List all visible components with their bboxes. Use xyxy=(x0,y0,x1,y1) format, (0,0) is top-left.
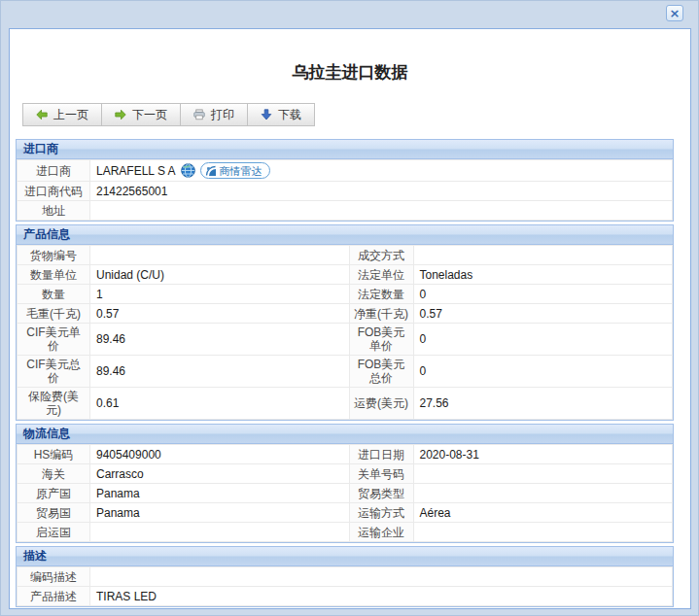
content-panel: 乌拉圭进口数据 上一页下一页打印下载 进口商 进口商LARAFELL S A商情… xyxy=(9,28,691,609)
field-value: 89.46 xyxy=(90,324,350,356)
field-value xyxy=(413,464,673,484)
section-header-logistics-info: 物流信息 xyxy=(17,425,673,444)
field-value xyxy=(413,523,673,542)
table-row: 数量单位Unidad (C/U)法定单位Toneladas xyxy=(17,265,673,285)
field-label: 保险费(美元) xyxy=(17,388,90,420)
table-row: CIF美元总价89.46FOB美元总价0 xyxy=(17,356,673,388)
business-radar-badge-label: 商情雷达 xyxy=(220,164,262,178)
table-row: 货物编号成交方式 xyxy=(17,246,673,265)
field-label: 地址 xyxy=(17,201,90,221)
field-value: 9405409000 xyxy=(90,445,350,464)
table-row: 编码描述 xyxy=(17,567,673,587)
field-label: CIF美元总价 xyxy=(17,356,90,388)
green-arrow-right-icon xyxy=(115,109,126,120)
section-importer: 进口商 进口商LARAFELL S A商情雷达进口商代码21422565001地… xyxy=(16,139,674,222)
print-button[interactable]: 打印 xyxy=(180,103,248,126)
close-icon: × xyxy=(670,6,681,20)
field-value: Panama xyxy=(90,484,350,503)
field-value xyxy=(90,246,350,265)
field-label: 成交方式 xyxy=(349,246,413,265)
field-label: 法定单位 xyxy=(349,265,413,285)
download-button-label: 下载 xyxy=(278,107,301,123)
prev-page-button[interactable]: 上一页 xyxy=(22,103,102,126)
green-arrow-left-icon xyxy=(36,109,48,120)
field-label: 进口日期 xyxy=(349,445,413,464)
table-row: 保险费(美元)0.61运费(美元)27.56 xyxy=(17,388,673,420)
description-table: 编码描述产品描述TIRAS LED xyxy=(17,566,673,606)
radar-icon xyxy=(205,165,217,177)
field-label: 毛重(千克) xyxy=(17,304,90,324)
field-value: 2020-08-31 xyxy=(413,445,673,464)
field-value: 1 xyxy=(90,285,350,304)
dialog-window: × 乌拉圭进口数据 上一页下一页打印下载 进口商 进口商LARAFELL S A… xyxy=(0,0,699,616)
dialog-titlebar: × xyxy=(1,1,698,28)
section-logistics-info: 物流信息 HS编码9405409000进口日期2020-08-31海关Carra… xyxy=(16,424,674,543)
table-row: HS编码9405409000进口日期2020-08-31 xyxy=(17,445,673,464)
table-row: 产品描述TIRAS LED xyxy=(17,587,673,606)
field-label: 进口商代码 xyxy=(17,182,90,201)
field-label: 进口商 xyxy=(17,160,90,182)
table-row: 数量1法定数量0 xyxy=(17,285,673,304)
field-label: FOB美元总价 xyxy=(349,356,413,388)
field-value xyxy=(90,201,673,221)
table-row: 海关Carrasco关单号码 xyxy=(17,464,673,484)
field-value xyxy=(413,246,673,265)
field-value: 27.56 xyxy=(413,388,673,420)
field-label: 原产国 xyxy=(17,484,90,503)
field-value: Aérea xyxy=(413,503,673,523)
table-row: 贸易国Panama运输方式Aérea xyxy=(17,503,673,523)
field-value: LARAFELL S A商情雷达 xyxy=(90,160,673,182)
table-row: 进口商LARAFELL S A商情雷达 xyxy=(17,160,673,182)
field-value: 0 xyxy=(413,356,673,388)
field-value: TIRAS LED xyxy=(90,587,673,606)
field-value: 21422565001 xyxy=(90,182,673,201)
page-title: 乌拉圭进口数据 xyxy=(10,61,690,84)
field-value: Toneladas xyxy=(413,265,673,285)
field-label: 海关 xyxy=(17,464,90,484)
field-value xyxy=(90,523,350,542)
importer-name-text: LARAFELL S A xyxy=(96,164,176,178)
field-value: Panama xyxy=(90,503,350,523)
field-label: CIF美元单价 xyxy=(17,324,90,356)
blue-arrow-down-icon xyxy=(261,109,272,120)
field-label: 产品描述 xyxy=(17,587,90,606)
prev-page-button-label: 上一页 xyxy=(53,107,88,123)
next-page-button-label: 下一页 xyxy=(132,107,167,123)
table-row: 原产国Panama贸易类型 xyxy=(17,484,673,503)
next-page-button[interactable]: 下一页 xyxy=(101,103,181,126)
field-value xyxy=(413,484,673,503)
field-label: FOB美元单价 xyxy=(349,324,413,356)
field-value: Carrasco xyxy=(90,464,350,484)
print-button-label: 打印 xyxy=(211,107,234,123)
product-info-table: 货物编号成交方式数量单位Unidad (C/U)法定单位Toneladas数量1… xyxy=(17,245,673,420)
printer-icon xyxy=(193,109,205,120)
business-radar-badge[interactable]: 商情雷达 xyxy=(200,162,270,179)
field-value xyxy=(90,567,673,587)
field-label: 数量 xyxy=(17,285,90,304)
section-description: 描述 编码描述产品描述TIRAS LED xyxy=(16,546,674,607)
field-label: 运输方式 xyxy=(349,503,413,523)
download-button[interactable]: 下载 xyxy=(247,103,315,126)
field-label: 贸易类型 xyxy=(349,484,413,503)
section-product-info: 产品信息 货物编号成交方式数量单位Unidad (C/U)法定单位Tonelad… xyxy=(16,224,674,421)
section-header-product-info: 产品信息 xyxy=(17,225,673,245)
field-value: 0.57 xyxy=(413,304,673,324)
table-row: 地址 xyxy=(17,201,673,221)
field-value-content: LARAFELL S A商情雷达 xyxy=(96,162,666,179)
field-label: HS编码 xyxy=(17,445,90,464)
field-value: Unidad (C/U) xyxy=(90,265,350,285)
globe-icon[interactable] xyxy=(181,163,195,178)
field-value: 89.46 xyxy=(90,356,350,388)
importer-table: 进口商LARAFELL S A商情雷达进口商代码21422565001地址 xyxy=(17,159,673,221)
close-button[interactable]: × xyxy=(666,5,683,21)
field-value: 0 xyxy=(413,324,673,356)
field-label: 法定数量 xyxy=(349,285,413,304)
table-row: 毛重(千克)0.57净重(千克)0.57 xyxy=(17,304,673,324)
table-row: 进口商代码21422565001 xyxy=(17,182,673,201)
field-label: 贸易国 xyxy=(17,503,90,523)
field-value: 0 xyxy=(413,285,673,304)
section-header-importer: 进口商 xyxy=(17,140,673,159)
field-value: 0.61 xyxy=(90,388,350,420)
field-label: 运费(美元) xyxy=(349,388,413,420)
section-header-description: 描述 xyxy=(17,547,673,566)
